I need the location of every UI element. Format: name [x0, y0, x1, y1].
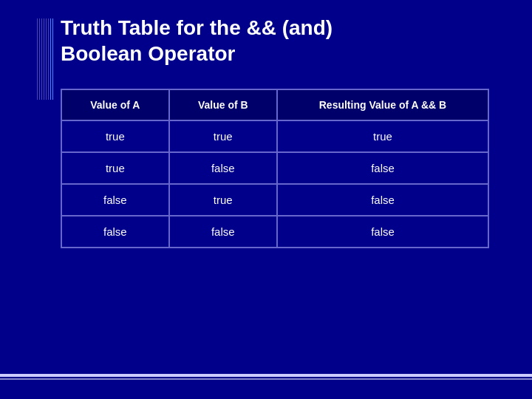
vline-4 — [44, 18, 44, 100]
table-row: truetruetrue — [61, 120, 488, 152]
table-cell-r1-c2: false — [277, 152, 488, 184]
vline-2 — [39, 18, 40, 100]
main-content: Truth Table for the && (and) Boolean Ope… — [61, 15, 532, 399]
bottom-bar — [0, 374, 532, 377]
vline-1 — [37, 18, 38, 100]
table-cell-r3-c1: false — [169, 216, 277, 248]
table-cell-r0-c2: true — [277, 120, 488, 152]
slide: Truth Table for the && (and) Boolean Ope… — [0, 0, 532, 399]
vline-highlight-1 — [50, 18, 51, 100]
vline-5 — [46, 18, 47, 100]
bottom-line — [0, 378, 532, 380]
table-cell-r2-c2: false — [277, 184, 488, 216]
col-header-result: Resulting Value of A && B — [277, 89, 488, 120]
vline-6 — [48, 18, 49, 100]
table-row: falsefalsefalse — [61, 216, 488, 248]
vline-3 — [41, 18, 42, 100]
table-cell-r3-c0: false — [61, 216, 169, 248]
slide-title: Truth Table for the && (and) Boolean Ope… — [61, 15, 502, 66]
content-area: Truth Table for the && (and) Boolean Ope… — [0, 0, 532, 399]
table-cell-r2-c1: true — [169, 184, 277, 216]
col-header-a: Value of A — [61, 89, 169, 120]
vertical-lines — [37, 18, 53, 100]
table-cell-r2-c0: false — [61, 184, 169, 216]
col-header-b: Value of B — [169, 89, 277, 120]
title-line2: Boolean Operator — [61, 42, 235, 65]
table-cell-r3-c2: false — [277, 216, 488, 248]
table-cell-r0-c1: true — [169, 120, 277, 152]
table-row: falsetruefalse — [61, 184, 488, 216]
truth-table: Value of A Value of B Resulting Value of… — [61, 89, 489, 248]
left-accent — [37, 15, 53, 399]
table-cell-r0-c0: true — [61, 120, 169, 152]
table-cell-r1-c1: false — [169, 152, 277, 184]
table-cell-r1-c0: true — [61, 152, 169, 184]
vline-highlight-2 — [52, 18, 53, 100]
table-row: truefalsefalse — [61, 152, 488, 184]
title-line1: Truth Table for the && (and) — [61, 16, 332, 39]
table-header-row: Value of A Value of B Resulting Value of… — [61, 89, 488, 120]
